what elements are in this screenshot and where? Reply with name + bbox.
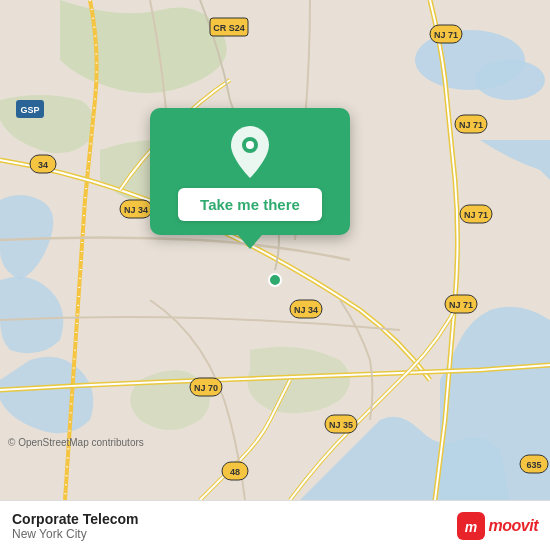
svg-point-31 [246, 141, 254, 149]
svg-text:NJ 71: NJ 71 [449, 300, 473, 310]
svg-text:GSP: GSP [20, 105, 39, 115]
svg-text:34: 34 [38, 160, 48, 170]
footer-info: Corporate Telecom New York City [12, 511, 139, 541]
svg-point-29 [269, 274, 281, 286]
svg-text:m: m [464, 519, 476, 535]
map-container: GSP 34 NJ 34 NJ 34 NJ 71 NJ 71 NJ 71 NJ … [0, 0, 550, 500]
svg-text:NJ 70: NJ 70 [194, 383, 218, 393]
location-title: Corporate Telecom [12, 511, 139, 527]
svg-text:NJ 34: NJ 34 [294, 305, 318, 315]
take-me-there-button[interactable]: Take me there [178, 188, 322, 221]
moovit-brand-text: moovit [489, 517, 538, 535]
svg-text:635: 635 [526, 460, 541, 470]
svg-text:NJ 71: NJ 71 [464, 210, 488, 220]
moovit-icon: m [457, 512, 485, 540]
svg-text:NJ 35: NJ 35 [329, 420, 353, 430]
map-attribution: © OpenStreetMap contributors [8, 437, 144, 448]
footer-bar: Corporate Telecom New York City m moovit [0, 500, 550, 550]
svg-text:NJ 71: NJ 71 [459, 120, 483, 130]
svg-text:CR S24: CR S24 [213, 23, 245, 33]
moovit-logo: m moovit [457, 512, 538, 540]
svg-point-2 [475, 60, 545, 100]
popup-card: Take me there [150, 108, 350, 235]
location-city: New York City [12, 527, 139, 541]
location-pin-icon [224, 126, 276, 178]
svg-text:NJ 34: NJ 34 [124, 205, 148, 215]
svg-text:48: 48 [230, 467, 240, 477]
svg-text:NJ 71: NJ 71 [434, 30, 458, 40]
